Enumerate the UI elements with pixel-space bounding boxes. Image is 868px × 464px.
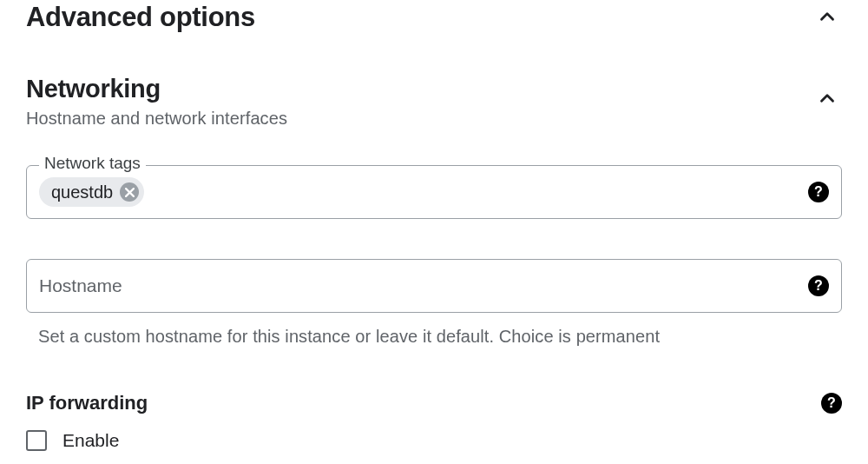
networking-header[interactable]: Networking Hostname and network interfac… bbox=[26, 75, 842, 129]
network-tag-chip[interactable]: questdb bbox=[39, 177, 144, 207]
advanced-options-title: Advanced options bbox=[26, 0, 255, 33]
enable-ip-forwarding-label: Enable bbox=[62, 430, 119, 451]
help-icon[interactable]: ? bbox=[821, 393, 842, 414]
remove-tag-icon[interactable] bbox=[120, 182, 139, 202]
hostname-input[interactable] bbox=[39, 275, 808, 296]
help-icon[interactable]: ? bbox=[808, 182, 829, 202]
hostname-helper: Set a custom hostname for this instance … bbox=[26, 327, 842, 347]
network-tag-label: questdb bbox=[51, 182, 113, 202]
ip-forwarding-label: IP forwarding bbox=[26, 392, 148, 414]
network-tags-legend: Network tags bbox=[39, 154, 146, 173]
networking-subtitle: Hostname and network interfaces bbox=[26, 109, 287, 129]
networking-title: Networking bbox=[26, 75, 287, 103]
ip-forwarding-section: IP forwarding ? bbox=[26, 392, 842, 414]
help-icon[interactable]: ? bbox=[808, 275, 829, 296]
chevron-up-icon bbox=[812, 83, 842, 113]
network-tags-field[interactable]: Network tags questdb ? bbox=[26, 165, 842, 219]
chevron-up-icon bbox=[812, 2, 842, 31]
hostname-field[interactable]: ? bbox=[26, 259, 842, 313]
advanced-options-header[interactable]: Advanced options bbox=[26, 0, 842, 33]
enable-ip-forwarding-checkbox[interactable] bbox=[26, 430, 47, 451]
